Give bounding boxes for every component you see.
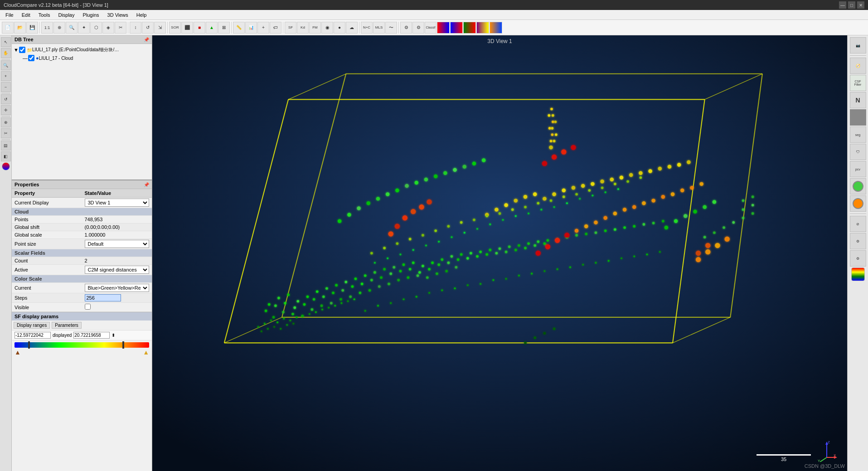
toolbar-cloud-icon[interactable]: ☁ (346, 22, 358, 34)
toolbar-col2[interactable] (450, 22, 463, 34)
toolbar-scalar[interactable]: ▲ (206, 22, 218, 34)
sf-max-input[interactable] (73, 332, 110, 339)
toolbar-ruler[interactable]: 📏 (233, 22, 245, 34)
rs-sphere[interactable] (850, 178, 866, 194)
toolbar-tools-a[interactable]: ⚙ (400, 22, 412, 34)
menu-edit[interactable]: Edit (18, 11, 34, 19)
sf-up-down[interactable]: ⬍ (112, 333, 115, 338)
toolbar-tools-b[interactable]: ⚙ (412, 22, 424, 34)
toolbar-scale[interactable]: ⇲ (154, 22, 166, 34)
tree-child-item[interactable]: — ● LIULI_17 - Cloud (23, 54, 150, 62)
rs-pcv[interactable]: pcv (850, 161, 866, 177)
toolbar-label[interactable]: 🏷 (270, 22, 281, 34)
lt-zoom-plus[interactable]: + (1, 71, 11, 81)
toolbar-global-zoom[interactable]: 1:1 (41, 22, 53, 34)
point-size-select[interactable]: Default (85, 240, 150, 248)
lt-zoom-minus[interactable]: − (1, 82, 11, 92)
toolbar-color[interactable]: ■ (194, 22, 205, 34)
rs-photo[interactable]: 📷 (850, 37, 866, 53)
lt-scene[interactable]: ◧ (1, 151, 11, 161)
toolbar-point[interactable]: ✦ (78, 22, 90, 34)
toolbar-lasso[interactable]: ◈ (102, 22, 114, 34)
toolbar-select[interactable]: ⬡ (90, 22, 102, 34)
toolbar-translate[interactable]: ↕ (130, 22, 141, 34)
lt-clip[interactable]: ✂ (1, 128, 11, 138)
current-display-select[interactable]: 3D View 1 (85, 199, 150, 207)
tree-root-item[interactable]: ▼ 📁 LIULI_17.ply (E:/PointCloud/data/细分块… (14, 46, 150, 54)
rs-tools2[interactable]: ⚙ (850, 250, 866, 267)
slider-handle-right[interactable] (122, 341, 124, 349)
lt-rotate[interactable]: ↺ (1, 94, 11, 104)
toolbar-zoom-in[interactable]: 🔍 (66, 22, 78, 34)
slider-handle-left[interactable] (28, 341, 30, 349)
toolbar-sf[interactable]: SF (285, 22, 296, 34)
rs-colscale[interactable] (851, 267, 865, 281)
lt-zoom[interactable]: 🔍 (1, 60, 11, 70)
menu-tools[interactable]: Tools (35, 11, 54, 19)
toolbar-col3[interactable] (463, 22, 476, 34)
close-button[interactable]: ✕ (857, 1, 864, 9)
point-size-value[interactable]: Default (82, 239, 152, 249)
toolbar-zoom-fit[interactable]: ⊕ (53, 22, 65, 34)
active-value[interactable]: C2M signed distances (82, 265, 152, 275)
color-scale-select[interactable]: Blue>Green>Yellow>Red (85, 284, 150, 292)
toolbar-classif[interactable]: Classif (425, 22, 436, 34)
menu-3dviews[interactable]: 3D Views (104, 11, 132, 19)
visible-checkbox[interactable] (85, 304, 91, 310)
toolbar-sor[interactable]: SOR (169, 22, 181, 34)
active-sf-select[interactable]: C2M signed distances (85, 266, 150, 274)
toolbar-plus[interactable]: + (257, 22, 269, 34)
toolbar-subsample[interactable]: ⬛ (181, 22, 193, 34)
rs-orange-circle[interactable] (850, 195, 866, 212)
lt-layers[interactable]: ▤ (1, 141, 11, 151)
toolbar-kd[interactable]: Kd (297, 22, 309, 34)
tree-root-checkbox[interactable] (19, 47, 25, 53)
menu-help[interactable]: Help (133, 11, 150, 19)
toolbar-new[interactable]: 📄 (2, 22, 14, 34)
toolbar-nmls[interactable]: N+C (361, 22, 373, 34)
toolbar-morph[interactable]: ◉ (321, 22, 333, 34)
lt-pan[interactable]: ✋ (1, 48, 11, 58)
toolbar-col5[interactable] (490, 22, 502, 34)
slider-track[interactable] (15, 342, 149, 348)
rs-disable[interactable]: ⊘ (850, 216, 866, 232)
steps-value[interactable] (82, 293, 152, 303)
menu-display[interactable]: Display (54, 11, 78, 19)
toolbar-open[interactable]: 📂 (14, 22, 26, 34)
toolbar-col1[interactable] (437, 22, 450, 34)
rs-csf-filter[interactable]: CSFFilter (850, 75, 866, 91)
toolbar-col4[interactable] (476, 22, 489, 34)
lt-color-btn[interactable] (2, 162, 10, 170)
rs-normal[interactable]: N (850, 92, 866, 108)
lt-select[interactable]: ↖ (1, 37, 11, 47)
toolbar-mls[interactable]: MLS (373, 22, 385, 34)
toolbar-normal[interactable]: ⊠ (218, 22, 230, 34)
rs-shield[interactable]: 🛡 (850, 144, 866, 160)
cs-current-value[interactable]: Blue>Green>Yellow>Red (82, 283, 152, 293)
rs-compass[interactable]: 🧭 (850, 58, 866, 74)
tab-parameters[interactable]: Parameters (52, 322, 82, 329)
toolbar-wave[interactable]: 〜 (385, 22, 397, 34)
menu-plugins[interactable]: Plugins (79, 11, 102, 19)
maximize-button[interactable]: □ (848, 1, 855, 9)
toolbar-save[interactable]: 💾 (26, 22, 38, 34)
tab-display-ranges[interactable]: Display ranges (14, 322, 50, 329)
lt-pick[interactable]: ⊕ (1, 117, 11, 127)
rs-seg[interactable]: seg (850, 126, 866, 143)
tree-child-checkbox[interactable] (28, 55, 34, 61)
properties-pin[interactable]: 📌 (144, 182, 149, 187)
visible-checkbox-cell[interactable] (82, 303, 152, 312)
minimize-button[interactable]: — (839, 1, 846, 9)
menu-file[interactable]: File (2, 11, 17, 19)
steps-input[interactable] (85, 294, 121, 301)
db-tree-pin[interactable]: 📌 (144, 37, 149, 42)
toolbar-rotate[interactable]: ↺ (142, 22, 154, 34)
lt-translate[interactable]: ✛ (1, 105, 11, 115)
toolbar-delete[interactable]: ✂ (115, 22, 126, 34)
sf-min-input[interactable] (15, 332, 51, 339)
rs-tools1[interactable]: ⚙ (850, 233, 866, 249)
toolbar-fm[interactable]: FM (309, 22, 321, 34)
current-display-value[interactable]: 3D View 1 (82, 198, 152, 208)
toolbar-graph[interactable]: 📊 (245, 22, 257, 34)
toolbar-sphere[interactable]: ● (334, 22, 345, 34)
